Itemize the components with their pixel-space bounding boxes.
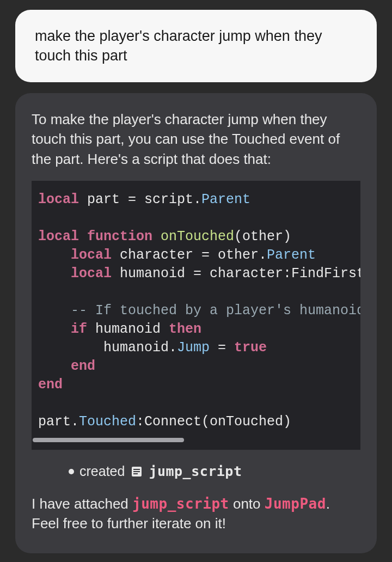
code-text: (other): [234, 229, 291, 245]
code-comment: -- If touched by a player's humanoid: [38, 303, 360, 319]
code-keyword: then: [169, 321, 201, 337]
code-text: humanoid.: [38, 340, 177, 356]
code-keyword: end: [38, 377, 63, 393]
code-text: humanoid: [87, 321, 169, 337]
created-indicator: created jump_script: [69, 462, 360, 481]
svg-rect-1: [133, 469, 140, 470]
code-text: [38, 247, 71, 263]
svg-rect-3: [133, 473, 138, 474]
outro-text: onto: [229, 496, 265, 512]
code-text: part = script.: [79, 192, 201, 207]
code-keyword: local: [38, 229, 79, 245]
user-message-text: make the player's character jump when th…: [35, 28, 322, 64]
code-text: [38, 266, 71, 282]
bullet-icon: [69, 469, 74, 474]
outro-text: I have attached: [32, 496, 132, 512]
created-label: created: [79, 462, 125, 481]
code-property: Jump: [177, 340, 210, 356]
code-keyword: function: [79, 229, 152, 245]
script-icon: [130, 465, 143, 478]
assistant-message-bubble: To make the player's character jump when…: [15, 93, 377, 553]
code-block[interactable]: local part = script.Parent local functio…: [32, 181, 360, 450]
code-text: [38, 321, 71, 337]
code-text: part.: [38, 414, 79, 430]
code-function: onTouched: [152, 229, 234, 245]
code-keyword: local: [71, 266, 112, 282]
code-keyword: local: [71, 247, 112, 263]
inline-object-name[interactable]: JumpPad: [265, 496, 326, 512]
user-message-bubble: make the player's character jump when th…: [15, 10, 377, 82]
code-text: =: [210, 340, 234, 356]
code-text: character = other.: [112, 247, 267, 263]
horizontal-scrollbar-track[interactable]: [32, 438, 360, 442]
code-property: Parent: [267, 247, 316, 263]
code-property: Touched: [79, 414, 136, 430]
code-property: Parent: [201, 192, 250, 207]
assistant-outro-text: I have attached jump_script onto JumpPad…: [32, 494, 360, 534]
code-keyword: true: [234, 340, 267, 356]
code-text: :Connect(onTouched): [136, 414, 291, 430]
code-keyword: end: [38, 358, 95, 374]
code-keyword: if: [71, 321, 87, 337]
code-text: humanoid = character:FindFirstChildOfCla…: [112, 266, 360, 282]
assistant-intro-text: To make the player's character jump when…: [32, 109, 360, 169]
svg-rect-2: [133, 471, 140, 472]
code-content: local part = script.Parent local functio…: [32, 191, 360, 431]
horizontal-scrollbar-thumb[interactable]: [33, 438, 184, 442]
created-script-name[interactable]: jump_script: [149, 462, 242, 481]
inline-script-name[interactable]: jump_script: [132, 496, 229, 512]
code-keyword: local: [38, 192, 79, 207]
